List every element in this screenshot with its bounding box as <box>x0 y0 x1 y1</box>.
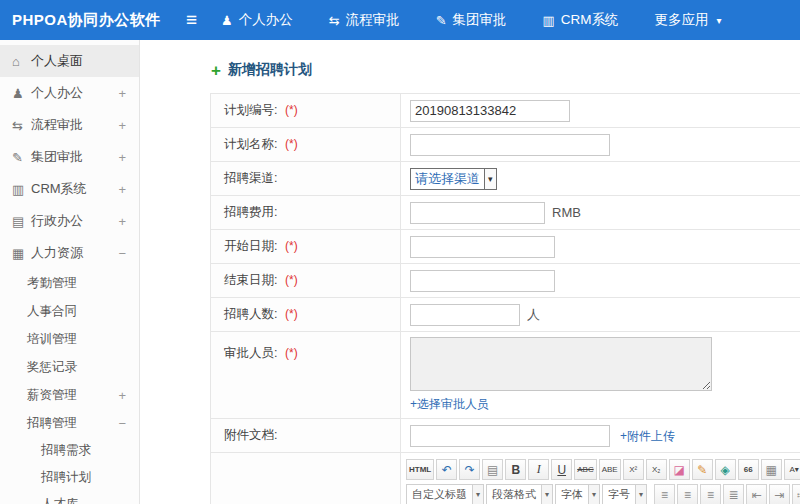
ordered-list-button[interactable]: ≔ <box>792 484 800 504</box>
remove-format-button[interactable]: ◪ <box>669 459 690 480</box>
expand-toggle[interactable]: + <box>118 388 126 403</box>
required-marker: (*) <box>285 137 298 151</box>
underline-button[interactable]: U <box>551 459 572 480</box>
nav-item-label: 集团审批 <box>453 11 507 29</box>
html-source-button[interactable]: HTML <box>406 459 434 480</box>
sidebar-item-training-mgmt[interactable]: 培训管理 <box>0 325 139 353</box>
field-label: 附件文档: <box>224 428 277 442</box>
sidebar-item-icon: ✎ <box>12 150 31 165</box>
nav-item-icon: ⇆ <box>329 13 340 28</box>
expand-toggle[interactable]: + <box>118 86 126 101</box>
bold-button[interactable]: B <box>505 459 526 480</box>
sidebar-item-group-approval[interactable]: ✎ 集团审批 + <box>0 141 139 173</box>
plan-no-input[interactable] <box>410 100 570 122</box>
start-date-input[interactable] <box>410 236 555 258</box>
form-row-plan-no: 计划编号: (*) <box>211 94 800 128</box>
spellcheck-button[interactable]: ABE <box>599 459 621 480</box>
sidebar-item-personal-office[interactable]: ♟ 个人办公 + <box>0 77 139 109</box>
table-button[interactable]: ▦ <box>761 459 782 480</box>
align-left-button[interactable]: ≡ <box>654 484 675 504</box>
redo-button[interactable]: ↷ <box>459 459 480 480</box>
sidebar-item-icon: ♟ <box>12 86 31 101</box>
align-justify-button[interactable]: ≣ <box>723 484 744 504</box>
expand-toggle[interactable]: − <box>118 246 126 261</box>
sidebar-item-label: 行政办公 <box>31 212 83 230</box>
nav-group-approval[interactable]: ✎ 集团审批 <box>436 11 507 29</box>
sidebar-item-recruitment-plan[interactable]: 招聘计划 <box>0 464 139 491</box>
indent-button[interactable]: ⇥ <box>769 484 790 504</box>
title-style-select[interactable]: 自定义标题 ▾ <box>406 484 484 504</box>
paragraph-format-select[interactable]: 段落格式 ▾ <box>486 484 553 504</box>
sidebar-item-recruitment-mgmt[interactable]: 招聘管理 − <box>0 409 139 437</box>
italic-button[interactable]: I <box>528 459 549 480</box>
unit-label: RMB <box>552 205 581 220</box>
page-header: + 新增招聘计划 <box>140 40 800 93</box>
nav-workflow-approval[interactable]: ⇆ 流程审批 <box>329 11 400 29</box>
sidebar-item-crm-system[interactable]: ▥ CRM系统 + <box>0 173 139 205</box>
required-marker: (*) <box>285 103 298 117</box>
sidebar-item-salary-mgmt[interactable]: 薪资管理 + <box>0 381 139 409</box>
sidebar-item-human-resources[interactable]: ▦ 人力资源 − <box>0 237 139 269</box>
format-brush-button[interactable]: ✎ <box>692 459 713 480</box>
insert-image-button[interactable]: ◈ <box>715 459 736 480</box>
expand-toggle[interactable]: + <box>118 118 126 133</box>
main-content: + 新增招聘计划 计划编号: (*) 计划名称: (*) <box>140 40 800 504</box>
sidebar-item-label: 人事合同 <box>27 303 77 320</box>
approvers-textarea[interactable] <box>410 337 712 391</box>
superscript-button[interactable]: X² <box>623 459 644 480</box>
sidebar-item-icon: ⇆ <box>12 118 31 133</box>
align-center-button[interactable]: ≡ <box>677 484 698 504</box>
attachment-input[interactable] <box>410 425 610 447</box>
nav-item-icon: ✎ <box>436 13 447 28</box>
form-row-headcount: 招聘人数: (*) 人 <box>211 298 800 332</box>
outdent-button[interactable]: ⇤ <box>746 484 767 504</box>
sidebar-item-icon: ▥ <box>12 182 31 197</box>
nav-crm-system[interactable]: ▥ CRM系统 <box>543 11 619 29</box>
page-title: 新增招聘计划 <box>228 61 312 79</box>
chevron-down-icon: ▾ <box>541 485 552 504</box>
attachment-upload-link[interactable]: +附件上传 <box>620 429 675 443</box>
field-label: 审批人员: <box>224 346 277 360</box>
expand-toggle[interactable]: + <box>118 182 126 197</box>
sidebar-item-recruitment-demand[interactable]: 招聘需求 <box>0 437 139 464</box>
font-size-select[interactable]: 字号 ▾ <box>602 484 647 504</box>
sidebar-item-reward-punishment[interactable]: 奖惩记录 <box>0 353 139 381</box>
undo-button[interactable]: ↶ <box>436 459 457 480</box>
headcount-input[interactable] <box>410 304 520 326</box>
field-label: 招聘费用: <box>224 205 277 219</box>
end-date-input[interactable] <box>410 270 555 292</box>
chevron-down-icon: ▾ <box>472 485 483 504</box>
chevron-down-icon: ▾ <box>588 485 599 504</box>
sidebar-item-admin-office[interactable]: ▤ 行政办公 + <box>0 205 139 237</box>
expand-toggle[interactable]: + <box>118 150 126 165</box>
sidebar-item-label: 人力资源 <box>31 244 83 262</box>
channel-select[interactable]: 请选择渠道 ▾ <box>410 168 497 190</box>
expand-toggle[interactable]: − <box>118 416 126 431</box>
paste-button[interactable]: ▤ <box>482 459 503 480</box>
strikethrough-button[interactable]: ABC <box>574 459 596 480</box>
nav-more-apps[interactable]: 更多应用 ▾ <box>655 11 722 29</box>
sidebar-item-label: 薪资管理 <box>27 387 77 404</box>
nav-item-label: 流程审批 <box>346 11 400 29</box>
sidebar-item-hr-contract[interactable]: 人事合同 <box>0 297 139 325</box>
fee-input[interactable] <box>410 202 545 224</box>
plan-name-input[interactable] <box>410 134 610 156</box>
expand-toggle[interactable]: + <box>118 214 126 229</box>
menu-toggle-icon[interactable]: ≡ <box>186 9 197 31</box>
nav-personal-office[interactable]: ♟ 个人办公 <box>221 11 293 29</box>
sidebar-item-workflow-approval[interactable]: ⇆ 流程审批 + <box>0 109 139 141</box>
sidebar-item-label: CRM系统 <box>31 180 87 198</box>
blockquote-button[interactable]: 66 <box>738 459 759 480</box>
subscript-button[interactable]: X₂ <box>646 459 667 480</box>
font-family-select[interactable]: 字体 ▾ <box>555 484 600 504</box>
sidebar-item-talent-pool[interactable]: 人才库 <box>0 491 139 504</box>
sidebar-item-label: 招聘需求 <box>41 442 91 459</box>
select-approvers-link[interactable]: +选择审批人员 <box>410 397 489 411</box>
sidebar-item-personal-desktop[interactable]: ⌂ 个人桌面 <box>0 45 139 77</box>
caret-down-icon: ▾ <box>717 15 722 26</box>
font-color-button[interactable]: A▾ <box>784 459 800 480</box>
sidebar-item-attendance-mgmt[interactable]: 考勤管理 <box>0 269 139 297</box>
align-right-button[interactable]: ≡ <box>700 484 721 504</box>
field-label: 计划名称: <box>224 137 277 151</box>
select-label: 字体 <box>561 487 583 502</box>
